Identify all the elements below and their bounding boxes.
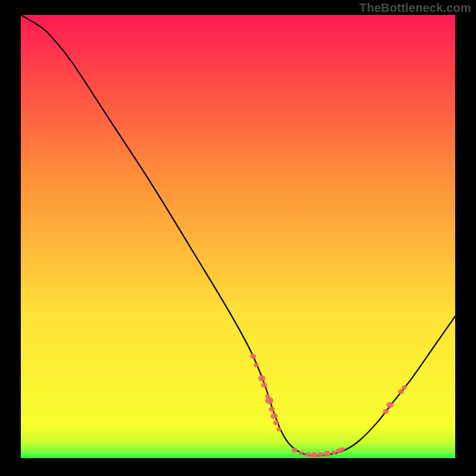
data-point [254,363,259,367]
data-point [258,375,265,381]
data-point [324,450,331,456]
watermark-text: TheBottleneck.com [359,1,471,15]
data-point [318,452,324,458]
chart-container: TheBottleneck.com [0,0,476,476]
data-point [387,402,394,408]
data-point [398,389,404,394]
data-point [277,427,281,431]
data-point [250,353,256,359]
data-point [299,451,303,455]
plot-area [21,15,455,458]
data-point [273,420,279,425]
data-point [271,413,278,419]
data-point [305,452,311,458]
data-point [311,452,318,458]
data-point [292,447,298,453]
data-point [340,447,345,452]
data-point [265,397,274,404]
data-point [383,409,389,415]
data-point [402,385,407,389]
data-point [331,450,336,455]
data-point [269,407,275,412]
chart-svg [21,15,455,458]
data-point [261,383,267,388]
gradient-background [21,15,455,458]
